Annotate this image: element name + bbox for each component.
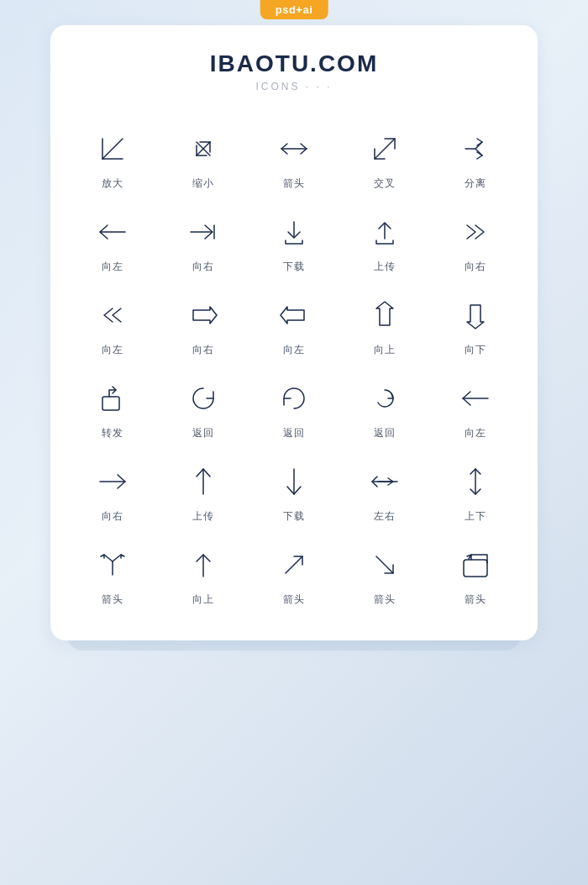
card-header: IBAOTU.COM ICONS · · · xyxy=(67,50,521,92)
icon-arrow-lr: 箭头 xyxy=(249,116,339,199)
svg-marker-11 xyxy=(193,307,217,324)
icon-arrow-left-plain: 向左 xyxy=(430,366,521,449)
svg-marker-14 xyxy=(467,305,484,329)
icon-refresh-ccw: 返回 xyxy=(158,366,249,449)
main-card: IBAOTU.COM ICONS · · · 放大 缩小 xyxy=(50,25,538,640)
icon-arrow-up-outline: 向上 xyxy=(339,282,430,366)
svg-line-7 xyxy=(375,139,395,159)
card-subtitle: ICONS · · · xyxy=(67,81,521,92)
icon-zoom-in: 放大 xyxy=(67,116,158,199)
icon-refresh-cw: 返回 xyxy=(249,366,339,449)
icon-cross: 交叉 xyxy=(339,116,430,199)
icon-arrow-diagonal-down: 箭头 xyxy=(339,532,430,615)
icons-grid: 放大 缩小 箭头 xyxy=(67,116,521,615)
svg-line-0 xyxy=(102,139,123,159)
icon-arrow-left-right: 左右 xyxy=(339,449,430,532)
icon-upload-box: 上传 xyxy=(339,199,430,282)
icon-arrow-right-plain: 向右 xyxy=(67,449,158,532)
svg-rect-15 xyxy=(102,397,119,410)
svg-marker-12 xyxy=(281,307,304,324)
icon-reply-box: 箭头 xyxy=(430,532,521,615)
icon-refresh-partial: 返回 xyxy=(339,366,430,449)
icon-double-right: 向右 xyxy=(430,199,521,282)
icon-double-left: 向左 xyxy=(67,282,158,366)
icon-split: 分离 xyxy=(430,116,521,199)
svg-rect-25 xyxy=(464,560,487,577)
icon-download-box: 下载 xyxy=(249,199,339,282)
icon-arrow-left-outline: 向左 xyxy=(249,282,339,366)
svg-marker-13 xyxy=(376,302,393,325)
format-badge: psd+ai xyxy=(260,0,328,19)
icon-arrow-left: 向左 xyxy=(67,199,158,282)
icon-arrow-down-outline: 向下 xyxy=(430,282,521,366)
icon-arrow-up-plain: 上传 xyxy=(158,449,249,532)
icon-arrow-up-long: 向上 xyxy=(158,532,249,615)
icon-arrow-diagonal-up: 箭头 xyxy=(249,532,339,615)
site-title: IBAOTU.COM xyxy=(67,50,521,77)
icon-arrow-up-down: 上下 xyxy=(430,449,521,532)
icon-zoom-out: 缩小 xyxy=(158,116,249,199)
icon-arrow-right-bar: 向右 xyxy=(158,199,249,282)
icon-fork: 箭头 xyxy=(67,532,158,615)
icon-share: 转发 xyxy=(67,366,158,449)
icon-arrow-right-outline: 向右 xyxy=(158,282,249,366)
card-wrapper: IBAOTU.COM ICONS · · · 放大 缩小 xyxy=(50,25,538,640)
icon-arrow-down-plain: 下载 xyxy=(249,449,339,532)
